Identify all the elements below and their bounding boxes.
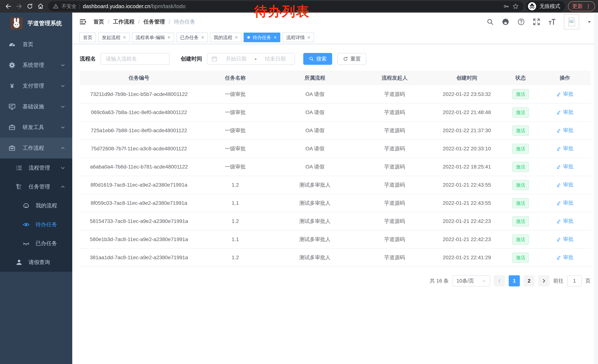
cell-actions: 审批	[539, 140, 590, 158]
page-size-select[interactable]: 10条/页	[452, 275, 490, 286]
approve-link[interactable]: 审批	[556, 145, 573, 152]
sidebar-item-system[interactable]: 系统管理	[0, 55, 72, 75]
sidebar-item-dev-tools[interactable]: 研发工具	[0, 117, 72, 138]
approve-link[interactable]: 审批	[556, 254, 573, 261]
hamburger-icon[interactable]	[79, 18, 87, 26]
cell-starter: 芋道源码	[357, 103, 432, 121]
update-label: 更新	[572, 3, 583, 10]
scrollbar-track[interactable]	[594, 13, 598, 364]
close-icon[interactable]: ×	[307, 35, 310, 40]
breadcrumb-home[interactable]: 首页	[93, 18, 104, 25]
close-icon[interactable]: ×	[167, 35, 170, 40]
sidebar-item-todo-tasks[interactable]: 待办任务	[0, 215, 72, 234]
status-badge: 激活	[512, 89, 529, 99]
breadcrumb-task-management[interactable]: 任务管理	[143, 18, 165, 25]
fullscreen-icon[interactable]	[533, 18, 540, 25]
approve-link[interactable]: 审批	[556, 109, 573, 116]
annotation-todo-list: 待办列表	[254, 3, 310, 20]
cell-create-time: 2022-01-22 21:37:30	[432, 121, 502, 140]
tab-home[interactable]: 首页	[79, 32, 96, 42]
sidebar-item-payment[interactable]: ¥ 支付管理	[0, 75, 72, 96]
tab-process-form-edit[interactable]: 流程表单-编辑×	[132, 32, 174, 42]
cell-starter: 芋道源码	[357, 121, 432, 140]
star-icon[interactable]	[512, 3, 519, 9]
close-icon[interactable]: ×	[274, 35, 277, 40]
sidebar-item-task-management[interactable]: 任务管理	[0, 177, 72, 196]
update-button[interactable]: 更新	[568, 1, 595, 11]
incognito-badge: 无痕模式	[526, 1, 565, 11]
cell-starter: 芋道源码	[357, 85, 432, 103]
tab-my-process[interactable]: 我的流程×	[210, 32, 241, 42]
cell-create-time: 2022-01-21 22:42:23	[432, 212, 502, 230]
kebab-menu-icon[interactable]	[586, 4, 591, 9]
approve-link[interactable]: 审批	[556, 163, 573, 170]
table-row: 58154733-7ac8-11ec-a9e2-a2380e71991a 1.2…	[80, 212, 590, 230]
search-icon[interactable]	[486, 18, 494, 25]
sidebar-item-leave-query[interactable]: 请假查询	[0, 253, 72, 272]
table-row: a6aba0a4-7b6d-11ec-b781-acde48001122 一级审…	[80, 158, 590, 176]
cell-status: 激活	[502, 121, 539, 140]
search-button[interactable]: 搜索	[303, 53, 332, 65]
forward-icon[interactable]	[14, 1, 25, 12]
app-title: 芋道管理系统	[27, 19, 62, 27]
sidebar-item-infrastructure[interactable]: 基础设施	[0, 96, 72, 117]
search-icon	[309, 56, 314, 61]
reload-icon[interactable]	[25, 1, 35, 12]
create-time-label: 创建时间	[181, 55, 202, 63]
cell-task-name: 1.1	[198, 194, 272, 212]
sidebar-item-process-management[interactable]: 流程管理	[0, 159, 72, 177]
end-date-placeholder: 结束日期	[260, 55, 290, 62]
date-range-picker[interactable]: 开始日期 - 结束日期	[207, 53, 295, 65]
reset-button[interactable]: 重置	[337, 53, 366, 65]
sidebar-item-workflow[interactable]: 工作流程	[0, 138, 72, 159]
approve-link[interactable]: 审批	[556, 199, 573, 206]
github-icon[interactable]	[502, 18, 509, 26]
tab-start-process[interactable]: 发起流程×	[98, 32, 130, 42]
approve-link[interactable]: 审批	[556, 218, 573, 225]
process-name-input[interactable]	[100, 53, 169, 65]
status-badge: 激活	[512, 107, 529, 118]
tab-process-detail[interactable]: 流程详情×	[282, 32, 314, 42]
breadcrumb-workflow[interactable]: 工作流程	[113, 18, 134, 25]
chevron-up-icon	[60, 146, 65, 151]
question-icon[interactable]	[517, 18, 525, 26]
chevron-up-icon	[60, 184, 65, 189]
sidebar-item-done-tasks[interactable]: 已办任务	[0, 234, 72, 253]
tab-done-tasks[interactable]: 已办任务×	[176, 32, 208, 42]
goto-page-input[interactable]	[567, 275, 582, 286]
avatar[interactable]	[564, 14, 579, 29]
sidebar-item-home[interactable]: 首页	[0, 34, 72, 55]
close-icon[interactable]: ×	[235, 35, 238, 40]
page-button-1[interactable]: 1	[509, 275, 520, 286]
active-dot	[247, 36, 250, 39]
prev-page-button[interactable]	[494, 275, 505, 286]
cell-starter: 芋道源码	[357, 176, 432, 194]
close-icon[interactable]: ×	[201, 35, 204, 40]
sidebar-item-label: 首页	[23, 41, 33, 48]
tree-icon	[15, 183, 23, 190]
eye-closed-icon	[22, 240, 30, 247]
page-button-2[interactable]: 2	[523, 275, 535, 286]
close-icon[interactable]: ×	[123, 35, 126, 40]
home-icon[interactable]	[35, 1, 46, 12]
approve-link[interactable]: 审批	[556, 236, 573, 243]
sidebar-logo-row[interactable]: 芋道管理系统	[0, 13, 72, 34]
caret-down-icon[interactable]	[587, 19, 592, 24]
chevron-down-icon	[60, 83, 65, 88]
key-icon[interactable]	[503, 3, 509, 9]
next-page-button[interactable]	[538, 275, 549, 286]
yen-icon: ¥	[8, 83, 16, 89]
approve-link[interactable]: 审批	[556, 127, 573, 134]
sidebar-item-label: 支付管理	[23, 82, 44, 90]
page-unit-label: 页	[585, 277, 590, 284]
font-size-icon[interactable]	[548, 18, 556, 26]
approve-link[interactable]: 审批	[556, 181, 573, 188]
approve-link[interactable]: 审批	[556, 90, 573, 97]
breadcrumb-separator: /	[108, 19, 109, 25]
person-icon	[15, 259, 23, 266]
tab-todo-tasks[interactable]: 待办任务×	[244, 32, 280, 42]
sidebar-item-my-process[interactable]: 我的流程	[0, 196, 72, 215]
pencil-icon	[556, 255, 562, 260]
back-icon[interactable]	[3, 1, 14, 12]
table-row: 8f0d1619-7ac8-11ec-a9e2-a2380e71991a 1.2…	[80, 176, 590, 194]
